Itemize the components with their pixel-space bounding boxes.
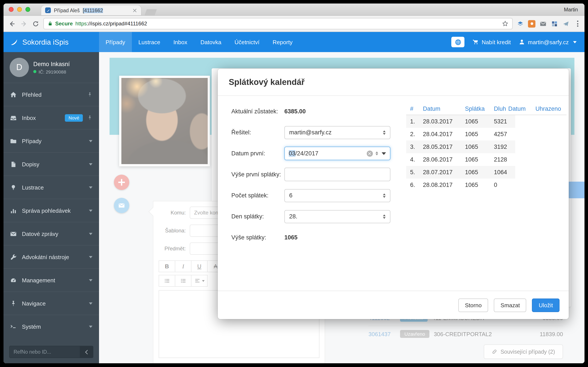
window-close-button[interactable]	[9, 7, 14, 12]
amount-label: Výše splátky:	[231, 234, 284, 241]
sidebar-item-sprava-pohledavek[interactable]: Správa pohledávek	[3, 199, 99, 222]
refno-search-input[interactable]	[9, 346, 80, 358]
sidebar-item-pripady[interactable]: Případy	[3, 129, 99, 152]
window-zoom-button[interactable]	[26, 7, 30, 12]
home-icon	[10, 91, 17, 98]
pin-icon[interactable]	[87, 92, 92, 97]
org-name: Demo Inkasní	[33, 61, 70, 67]
url-text: https://ispis.cz/pripad#4111662	[75, 21, 147, 27]
screen: Případ Aleš [4111662 Martin Secure	[0, 0, 588, 367]
folder-icon	[10, 138, 17, 144]
sidebar-item-inbox[interactable]: Inbox Nové	[3, 106, 99, 129]
bookmark-star-icon[interactable]	[502, 21, 508, 27]
document-icon	[10, 161, 17, 167]
calendar-dropdown-icon[interactable]	[382, 152, 386, 155]
org-id: IČ: 29190088	[39, 69, 66, 74]
tab-title-selected: [4111662	[83, 8, 103, 13]
installment-day-select[interactable]: 28.	[284, 210, 390, 223]
language-globe-button[interactable]	[451, 37, 465, 47]
sidebar-menu: Přehled Inbox Nové Případy	[3, 83, 99, 341]
layers-extension-icon[interactable]	[517, 20, 524, 27]
nav-item-datovka[interactable]: Datovka	[194, 32, 228, 52]
globe-icon	[455, 39, 461, 45]
lightbulb-icon	[10, 184, 17, 191]
nav-item-ucetnictvi[interactable]: Účetnictví	[228, 32, 266, 52]
table-row: 4.28.06.201710652128	[406, 153, 516, 166]
wrench-icon	[10, 254, 17, 260]
address-bar[interactable]: Secure https://ispis.cz/pripad#4111662	[43, 18, 513, 29]
spinner-icon[interactable]	[375, 151, 378, 156]
pin-icon[interactable]	[87, 115, 92, 120]
sidebar-collapse-button[interactable]	[80, 346, 93, 358]
extension-icons	[517, 20, 580, 27]
sidebar-item-prehled[interactable]: Přehled	[3, 83, 99, 106]
solver-select[interactable]: martin@sarfy.cz	[284, 126, 390, 139]
first-date-input[interactable]: 03 /24/2017	[284, 147, 390, 160]
sidebar-item-dopisy[interactable]: Dopisy	[3, 152, 99, 175]
window-minimize-button[interactable]	[17, 7, 22, 12]
first-amount-input[interactable]	[284, 168, 390, 181]
schedule-form: Aktuální zůstatek: 6385.00 Řešitel: mart…	[231, 105, 390, 252]
sidebar-item-advokatni-nastroje[interactable]: Advokátní nástroje	[3, 245, 99, 268]
orange-extension-icon[interactable]	[528, 20, 536, 27]
payment-schedule-modal: Splátkový kalendář Aktuální zůstatek: 63…	[218, 69, 569, 319]
balance-label: Aktuální zůstatek:	[231, 108, 284, 115]
pin-icon	[10, 300, 17, 307]
modal-title: Splátkový kalendář	[229, 77, 304, 87]
browser-window: Případ Aleš [4111662 Martin Secure	[3, 3, 585, 363]
delete-button[interactable]: Smazat	[494, 298, 527, 312]
count-label: Počet splátek:	[231, 192, 284, 199]
installment-count-select[interactable]: 6	[284, 189, 390, 202]
fin-logo-icon	[10, 38, 18, 46]
clear-icon[interactable]	[367, 150, 373, 157]
solver-label: Řešitel:	[231, 129, 284, 136]
account-menu[interactable]: martin@sarfy.cz	[519, 39, 577, 45]
user-icon	[519, 39, 525, 45]
table-row: 2.28.04.201710654257	[406, 128, 516, 141]
brand-name: Sokordia iSpis	[22, 38, 69, 46]
envelope-icon	[10, 230, 17, 237]
sidebar-item-navigace[interactable]: Navigace	[3, 292, 99, 315]
credit-button[interactable]: Nabít kredit	[473, 39, 511, 45]
navbar-right: Nabít kredit martin@sarfy.cz	[451, 37, 585, 47]
nav-item-inbox[interactable]: Inbox	[167, 32, 194, 52]
reload-icon[interactable]	[32, 20, 39, 28]
grid-extension-icon[interactable]	[551, 20, 558, 27]
nav-item-reporty[interactable]: Reporty	[266, 32, 299, 52]
send-extension-icon[interactable]	[562, 20, 570, 27]
forward-icon[interactable]	[20, 20, 28, 28]
sidebar-search	[3, 341, 99, 363]
app-logo[interactable]: Sokordia iSpis	[3, 38, 99, 46]
paid-table: Datum Uhrazeno	[504, 103, 567, 115]
url-rest: ://ispis.cz/pripad#4111662	[87, 21, 147, 27]
org-profile: D Demo Inkasní IČ: 29190088	[3, 52, 99, 83]
nav-item-pripady[interactable]: Případy	[99, 32, 132, 52]
amount-value: 1065	[284, 234, 297, 241]
tab-title: Případ Aleš	[54, 8, 80, 13]
select-arrows-icon	[383, 130, 386, 134]
balance-value: 6385.00	[284, 108, 306, 115]
tab-favicon-icon	[45, 8, 51, 13]
sidebar-item-management[interactable]: Management	[3, 268, 99, 292]
new-tab-button[interactable]	[145, 9, 157, 15]
browser-tab[interactable]: Případ Aleš [4111662	[41, 5, 141, 15]
cancel-button[interactable]: Storno	[458, 298, 488, 312]
tab-close-icon[interactable]	[133, 8, 137, 12]
new-badge: Nové	[65, 114, 83, 121]
modal-body: Aktuální zůstatek: 6385.00 Řešitel: mart…	[218, 96, 569, 291]
sidebar-item-lustrace[interactable]: Lustrace	[3, 175, 99, 199]
sidebar-item-datove-zpravy[interactable]: Datové zprávy	[3, 222, 99, 245]
nav-item-lustrace[interactable]: Lustrace	[132, 32, 167, 52]
table-row: 5.28.07.201710651064	[406, 166, 516, 179]
mail-extension-icon[interactable]	[539, 20, 547, 27]
browser-menu-icon[interactable]	[575, 21, 580, 27]
avatar: D	[10, 58, 29, 77]
cart-icon	[473, 39, 479, 45]
table-row: 3.28.05.201710653192	[406, 141, 516, 153]
window-controls	[9, 7, 30, 12]
back-icon[interactable]	[8, 20, 16, 28]
gauge-icon	[10, 277, 17, 284]
browser-toolbar: Secure https://ispis.cz/pripad#4111662	[3, 16, 585, 32]
sidebar-item-system[interactable]: Systém	[3, 315, 99, 338]
save-button[interactable]: Uložit	[532, 298, 560, 312]
